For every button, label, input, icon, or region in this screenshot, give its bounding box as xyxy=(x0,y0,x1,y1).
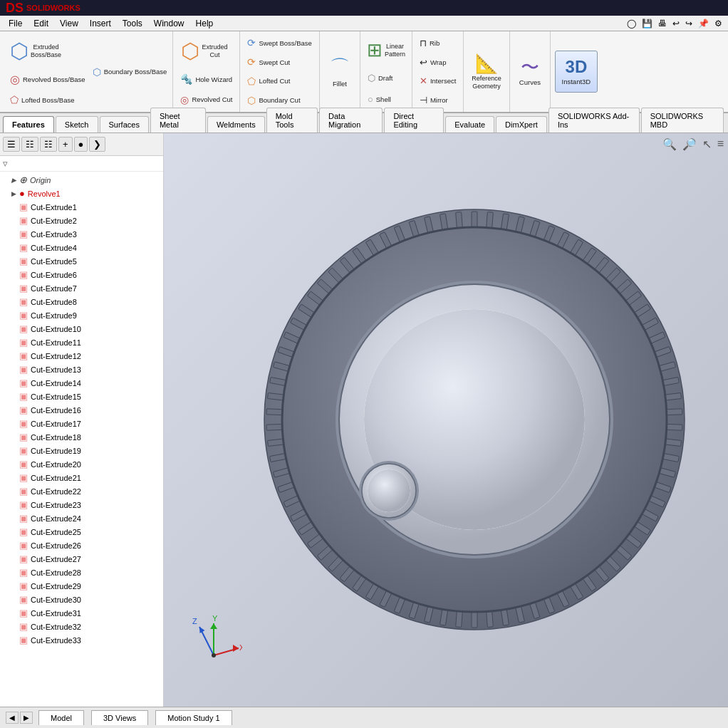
hole-wizard-button[interactable]: 🔩 Hole Wizard xyxy=(177,72,235,86)
tree-item-cut18[interactable]: ▶▣Cut-Extrude18 xyxy=(0,430,163,444)
tree-item-cut27[interactable]: ▶▣Cut-Extrude27 xyxy=(0,552,163,566)
intersect-button[interactable]: ✕ Intersect xyxy=(417,74,459,88)
tab-mold-tools[interactable]: Mold Tools xyxy=(266,108,318,132)
config-view-button[interactable]: ☷ xyxy=(40,137,57,152)
menu-view[interactable]: View xyxy=(54,17,84,30)
tab-motion-study[interactable]: Motion Study 1 xyxy=(155,710,232,725)
tree-item-cut20[interactable]: ▶▣Cut-Extrude20 xyxy=(0,457,163,471)
tree-item-cut16[interactable]: ▶▣Cut-Extrude16 xyxy=(0,403,163,417)
quick-undo[interactable]: ↩ xyxy=(670,17,682,30)
tree-item-cut5[interactable]: ▶▣Cut-Extrude5 xyxy=(0,254,163,268)
quick-save[interactable]: 💾 xyxy=(639,17,655,30)
tab-sheet-metal[interactable]: Sheet Metal xyxy=(150,108,206,132)
tree-item-cut29[interactable]: ▶▣Cut-Extrude29 xyxy=(0,579,163,593)
tree-item-cut22[interactable]: ▶▣Cut-Extrude22 xyxy=(0,484,163,498)
menu-window[interactable]: Window xyxy=(148,17,190,30)
nav-left[interactable]: ◀ xyxy=(6,712,19,724)
tree-item-cut32[interactable]: ▶▣Cut-Extrude32 xyxy=(0,620,163,633)
tree-item-cut21[interactable]: ▶▣Cut-Extrude21 xyxy=(0,471,163,484)
tree-item-cut11[interactable]: ▶▣Cut-Extrude11 xyxy=(0,336,163,349)
tab-addins[interactable]: SOLIDWORKS Add-Ins xyxy=(548,108,640,132)
tree-item-cut9[interactable]: ▶▣Cut-Extrude9 xyxy=(0,308,163,322)
quick-options[interactable]: ⚙ xyxy=(712,17,725,30)
tree-item-cut12[interactable]: ▶▣Cut-Extrude12 xyxy=(0,349,163,363)
tree-item-cut2[interactable]: ▶▣Cut-Extrude2 xyxy=(0,214,163,227)
color-button[interactable]: ● xyxy=(74,137,88,152)
tree-item-cut1[interactable]: ▶▣Cut-Extrude1 xyxy=(0,200,163,214)
swept-cut-button[interactable]: ⟳ Swept Cut xyxy=(244,55,293,69)
mirror-button[interactable]: ⊣ Mirror xyxy=(417,93,451,107)
tree-item-cut3[interactable]: ▶▣Cut-Extrude3 xyxy=(0,227,163,241)
draft-button[interactable]: ⬡ Draft xyxy=(365,71,396,85)
tree-item-cut25[interactable]: ▶▣Cut-Extrude25 xyxy=(0,525,163,539)
tree-item-cut30[interactable]: ▶▣Cut-Extrude30 xyxy=(0,593,163,606)
tree-item-cut14[interactable]: ▶▣Cut-Extrude14 xyxy=(0,376,163,390)
tree-item-cut26[interactable]: ▶▣Cut-Extrude26 xyxy=(0,539,163,552)
swept-boss-button[interactable]: ⟳ Swept Boss/Base xyxy=(244,36,314,50)
tree-item-cut33[interactable]: ▶▣Cut-Extrude33 xyxy=(0,633,163,647)
tree-item-cut8[interactable]: ▶▣Cut-Extrude8 xyxy=(0,295,163,308)
more-icon[interactable]: ≡ xyxy=(716,136,725,152)
expand-button[interactable]: ❯ xyxy=(89,137,105,152)
rib-button[interactable]: ⊓ Rib xyxy=(417,36,442,50)
tree-item-cut7[interactable]: ▶▣Cut-Extrude7 xyxy=(0,281,163,295)
quick-pin[interactable]: 📌 xyxy=(695,17,712,30)
tab-sketch[interactable]: Sketch xyxy=(56,116,98,132)
revolved-cut-button[interactable]: ◎ Revolved Cut xyxy=(177,93,235,107)
instant3d-button[interactable]: 3D Instant3D xyxy=(555,51,598,92)
menu-tools[interactable]: Tools xyxy=(117,17,148,30)
ref-geometry-button[interactable]: 📐 ReferenceGeometry xyxy=(468,51,505,93)
tab-mbd[interactable]: SOLIDWORKS MBD xyxy=(641,108,724,132)
tree-item-cut10[interactable]: ▶▣Cut-Extrude10 xyxy=(0,322,163,336)
search-face-icon[interactable]: 🔎 xyxy=(681,136,698,152)
tab-evaluate[interactable]: Evaluate xyxy=(445,116,494,132)
fillet-button[interactable]: ⌒ Fillet xyxy=(324,53,355,90)
tree-item-cut23[interactable]: ▶▣Cut-Extrude23 xyxy=(0,498,163,511)
3d-viewport[interactable]: 🔍 🔎 ↖ ≡ xyxy=(164,133,728,707)
linear-pattern-button[interactable]: ⊞ LinearPattern xyxy=(365,37,407,63)
quick-print[interactable]: 🖶 xyxy=(655,17,670,30)
shell-button[interactable]: ○ Shell xyxy=(365,93,394,106)
menu-edit[interactable]: Edit xyxy=(28,17,54,30)
select-icon[interactable]: ↖ xyxy=(701,136,713,152)
tree-item-cut19[interactable]: ▶▣Cut-Extrude19 xyxy=(0,444,163,457)
nav-right[interactable]: ▶ xyxy=(20,712,33,724)
menu-help[interactable]: Help xyxy=(190,17,219,30)
tree-item-revolve1[interactable]: ▶ ● Revolve1 xyxy=(0,187,163,200)
wrap-button[interactable]: ↩ Wrap xyxy=(417,56,449,69)
tab-direct-editing[interactable]: Direct Editing xyxy=(384,108,444,132)
tree-item-cut24[interactable]: ▶▣Cut-Extrude24 xyxy=(0,511,163,525)
tab-3dviews[interactable]: 3D Views xyxy=(91,710,148,725)
tab-model[interactable]: Model xyxy=(38,710,84,725)
tab-data-migration[interactable]: Data Migration xyxy=(319,108,383,132)
tree-item-cut6[interactable]: ▶▣Cut-Extrude6 xyxy=(0,268,163,281)
boundary-cut-button[interactable]: ⬡ Boundary Cut xyxy=(244,93,303,108)
tree-item-origin[interactable]: ▶ ⊕ Origin xyxy=(0,173,163,187)
flat-view-button[interactable]: ☷ xyxy=(21,137,38,152)
tree-item-cut17[interactable]: ▶▣Cut-Extrude17 xyxy=(0,417,163,430)
menu-insert[interactable]: Insert xyxy=(84,17,117,30)
boundary-boss-button[interactable]: ⬡ Boundary Boss/Base xyxy=(90,65,170,79)
tree-item-cut4[interactable]: ▶▣Cut-Extrude4 xyxy=(0,241,163,254)
menu-file[interactable]: File xyxy=(3,17,28,30)
tab-weldments[interactable]: Weldments xyxy=(207,116,265,132)
feature-tree[interactable]: ▶ ⊕ Origin ▶ ● Revolve1 ▶▣Cut-Extrude1 ▶… xyxy=(0,172,163,707)
tree-item-cut28[interactable]: ▶▣Cut-Extrude28 xyxy=(0,566,163,579)
revolved-boss-button[interactable]: ◎ Revolved Boss/Base xyxy=(7,71,88,88)
add-button[interactable]: + xyxy=(58,137,73,152)
curves-button[interactable]: 〜 Curves xyxy=(514,54,546,89)
list-view-button[interactable]: ☰ xyxy=(3,137,20,152)
extruded-cut-button[interactable]: ⬡ ExtrudedCut xyxy=(177,36,231,66)
quick-redo[interactable]: ↪ xyxy=(682,17,695,30)
quick-new[interactable]: ◯ xyxy=(624,17,639,30)
tree-item-cut13[interactable]: ▶▣Cut-Extrude13 xyxy=(0,363,163,376)
tab-features[interactable]: Features xyxy=(3,116,54,132)
tab-dimxpert[interactable]: DimXpert xyxy=(496,116,547,132)
tree-item-cut15[interactable]: ▶▣Cut-Extrude15 xyxy=(0,390,163,403)
lofted-boss-button[interactable]: ⬠ Lofted Boss/Base xyxy=(7,93,77,107)
tree-item-cut31[interactable]: ▶▣Cut-Extrude31 xyxy=(0,606,163,620)
lofted-cut-button[interactable]: ⬠ Lofted Cut xyxy=(244,74,293,88)
extruded-boss-button[interactable]: ⬡ ExtrudedBoss/Base xyxy=(7,36,64,66)
tab-surfaces[interactable]: Surfaces xyxy=(100,116,149,132)
search-icon[interactable]: 🔍 xyxy=(661,136,678,152)
